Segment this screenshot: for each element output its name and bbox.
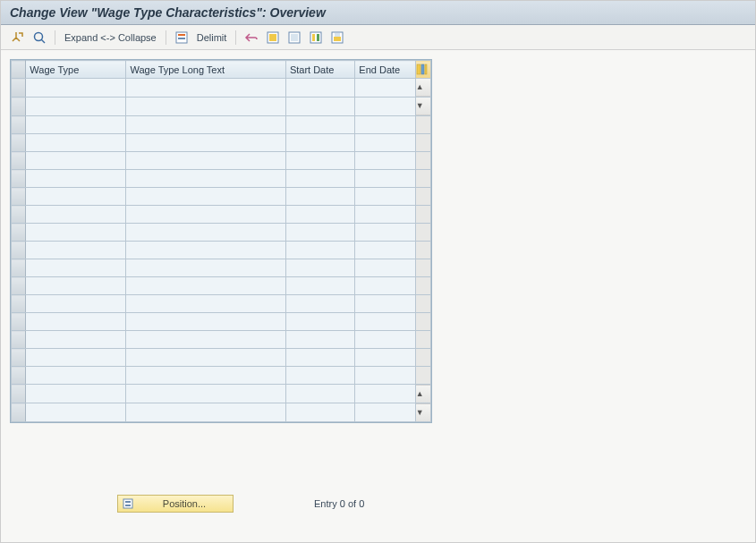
cell-wage-type[interactable] — [26, 98, 126, 116]
cell-start-date[interactable] — [285, 134, 354, 152]
scrollbar-track[interactable] — [415, 295, 430, 313]
cell-wage-type-text[interactable] — [126, 79, 285, 98]
cell-wage-type-text[interactable] — [126, 331, 285, 349]
cell-wage-type-text[interactable] — [126, 295, 285, 313]
scrollbar-track[interactable] — [415, 170, 430, 188]
row-selector[interactable] — [12, 313, 26, 331]
cell-wage-type[interactable] — [26, 188, 126, 206]
row-selector[interactable] — [12, 349, 26, 367]
cell-start-date[interactable] — [285, 79, 354, 98]
delimit-button[interactable]: Delimit — [195, 32, 229, 43]
cell-end-date[interactable] — [355, 224, 415, 242]
cell-wage-type-text[interactable] — [126, 259, 285, 277]
row-selector[interactable] — [12, 152, 26, 170]
cell-start-date[interactable] — [285, 367, 354, 385]
row-selector[interactable] — [12, 170, 26, 188]
select-all-rows[interactable] — [12, 61, 26, 79]
row-selector[interactable] — [12, 367, 26, 385]
row-selector[interactable] — [12, 277, 26, 295]
cell-wage-type-text[interactable] — [126, 403, 285, 422]
column-header-wage-type-text[interactable]: Wage Type Long Text — [126, 61, 285, 79]
cell-wage-type[interactable] — [26, 313, 126, 331]
cell-start-date[interactable] — [285, 295, 354, 313]
delimit-icon[interactable] — [174, 30, 190, 46]
cell-wage-type[interactable] — [26, 277, 126, 295]
row-selector[interactable] — [12, 403, 26, 422]
cell-wage-type-text[interactable] — [126, 98, 285, 116]
cell-wage-type[interactable] — [26, 206, 126, 224]
cell-end-date[interactable] — [355, 385, 415, 403]
cell-wage-type[interactable] — [26, 242, 126, 259]
cell-wage-type-text[interactable] — [126, 277, 285, 295]
cell-wage-type[interactable] — [26, 403, 126, 422]
cell-end-date[interactable] — [355, 313, 415, 331]
row-selector[interactable] — [12, 116, 26, 134]
cell-wage-type[interactable] — [26, 385, 126, 403]
cell-wage-type[interactable] — [26, 259, 126, 277]
cell-start-date[interactable] — [285, 385, 354, 403]
undo-icon[interactable] — [243, 30, 259, 46]
scrollbar-track[interactable] — [415, 349, 430, 367]
scroll-down-button[interactable]: ▼ — [415, 403, 430, 422]
row-selector[interactable] — [12, 134, 26, 152]
table-config-icon[interactable] — [415, 61, 430, 79]
cell-wage-type-text[interactable] — [126, 134, 285, 152]
scrollbar-track[interactable] — [415, 224, 430, 242]
cell-wage-type-text[interactable] — [126, 170, 285, 188]
cell-wage-type[interactable] — [26, 367, 126, 385]
scrollbar-track[interactable] — [415, 242, 430, 259]
cell-end-date[interactable] — [355, 79, 415, 98]
row-selector[interactable] — [12, 224, 26, 242]
cell-end-date[interactable] — [355, 277, 415, 295]
row-selector[interactable] — [12, 259, 26, 277]
scrollbar-track[interactable] — [415, 277, 430, 295]
scrollbar-track[interactable] — [415, 116, 430, 134]
cell-end-date[interactable] — [355, 403, 415, 422]
cell-wage-type[interactable] — [26, 134, 126, 152]
cell-end-date[interactable] — [355, 188, 415, 206]
scrollbar-track[interactable] — [415, 331, 430, 349]
row-selector[interactable] — [12, 385, 26, 403]
expand-collapse-button[interactable]: Expand <-> Collapse — [63, 32, 158, 43]
cell-end-date[interactable] — [355, 152, 415, 170]
cell-start-date[interactable] — [285, 259, 354, 277]
scroll-up-button[interactable]: ▲ — [415, 79, 430, 98]
row-selector[interactable] — [12, 98, 26, 116]
scrollbar-track[interactable] — [415, 188, 430, 206]
scroll-down-top-button[interactable]: ▼ — [415, 98, 430, 116]
cell-wage-type-text[interactable] — [126, 349, 285, 367]
cell-start-date[interactable] — [285, 188, 354, 206]
details-icon[interactable] — [31, 30, 47, 46]
cell-wage-type[interactable] — [26, 170, 126, 188]
cell-start-date[interactable] — [285, 224, 354, 242]
select-all-icon[interactable] — [265, 30, 281, 46]
column-header-end-date[interactable]: End Date — [355, 61, 415, 79]
row-selector[interactable] — [12, 242, 26, 259]
cell-end-date[interactable] — [355, 206, 415, 224]
cell-start-date[interactable] — [285, 170, 354, 188]
cell-wage-type[interactable] — [26, 295, 126, 313]
cell-wage-type-text[interactable] — [126, 313, 285, 331]
cell-wage-type-text[interactable] — [126, 385, 285, 403]
cell-end-date[interactable] — [355, 134, 415, 152]
cell-end-date[interactable] — [355, 349, 415, 367]
cell-wage-type-text[interactable] — [126, 224, 285, 242]
row-selector[interactable] — [12, 79, 26, 98]
cell-wage-type-text[interactable] — [126, 367, 285, 385]
cell-end-date[interactable] — [355, 116, 415, 134]
cell-start-date[interactable] — [285, 313, 354, 331]
cell-start-date[interactable] — [285, 277, 354, 295]
cell-end-date[interactable] — [355, 242, 415, 259]
cell-start-date[interactable] — [285, 331, 354, 349]
cell-wage-type-text[interactable] — [126, 152, 285, 170]
row-selector[interactable] — [12, 206, 26, 224]
cell-end-date[interactable] — [355, 170, 415, 188]
cell-end-date[interactable] — [355, 331, 415, 349]
cell-start-date[interactable] — [285, 152, 354, 170]
cell-wage-type-text[interactable] — [126, 242, 285, 259]
scrollbar-track[interactable] — [415, 367, 430, 385]
cell-start-date[interactable] — [285, 349, 354, 367]
cell-wage-type[interactable] — [26, 224, 126, 242]
cell-end-date[interactable] — [355, 367, 415, 385]
cell-wage-type-text[interactable] — [126, 206, 285, 224]
